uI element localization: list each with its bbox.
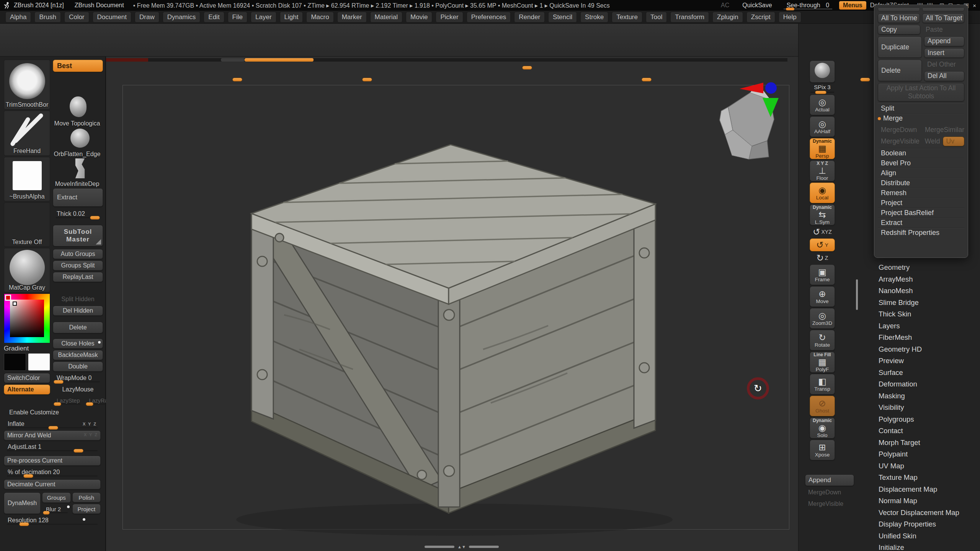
wrap-mode-slider[interactable]: WrapMode 0 xyxy=(53,373,103,383)
bpr-button[interactable]: BPR xyxy=(810,60,835,83)
menu-item[interactable]: Stroke xyxy=(580,12,608,23)
backface-mask-button[interactable]: BackfaceMask xyxy=(53,350,103,360)
menu-item[interactable]: Tool xyxy=(646,12,667,23)
tool-subpalette-item[interactable]: Surface xyxy=(878,367,977,379)
texture-off-tile[interactable]: Texture Off xyxy=(4,202,50,247)
rail-button[interactable]: ⊞ Xpose xyxy=(810,440,835,460)
brush-move-topological[interactable]: Move Topologica xyxy=(53,96,103,127)
tool-subpalette-item[interactable]: Thick Skin xyxy=(878,308,977,320)
brush-move-infinite[interactable]: MoveInfiniteDep xyxy=(53,158,103,187)
tool-subpalette-item[interactable]: Preview xyxy=(878,355,977,367)
menu-item[interactable]: Picker xyxy=(436,12,463,23)
duplicate-button[interactable]: Duplicate xyxy=(878,36,922,58)
dynamesh-button[interactable]: DynaMesh xyxy=(4,492,41,514)
rail-button[interactable]: X Y Z ⊥ Floor xyxy=(810,160,835,181)
extract-button[interactable]: Extract xyxy=(53,188,103,207)
scrollstrip-orange-handle[interactable] xyxy=(245,58,314,62)
popup-command-item[interactable]: Extract xyxy=(878,218,964,228)
popup-command-item[interactable]: Project xyxy=(878,198,964,208)
spix-knob[interactable] xyxy=(815,91,826,94)
double-button[interactable]: Double xyxy=(53,362,103,372)
menu-item[interactable]: Marker xyxy=(337,12,367,23)
mergesimilar-button[interactable]: MergeSimilar xyxy=(922,125,964,135)
best-render-button[interactable]: Best xyxy=(53,60,103,72)
split-menu-item[interactable]: Split xyxy=(878,103,964,113)
popup-command-item[interactable]: Remesh xyxy=(878,188,964,198)
dynamesh-polish-button[interactable]: Polish xyxy=(72,492,101,502)
canvas-top-scrollstrip[interactable] xyxy=(106,58,787,62)
tool-subpalette-item[interactable]: Masking xyxy=(878,390,977,402)
close-holes-button[interactable]: Close Holes xyxy=(53,339,103,349)
rail-button[interactable]: ◧ Transp xyxy=(810,374,835,395)
menu-item[interactable]: Color xyxy=(64,12,89,23)
menu-item[interactable]: Render xyxy=(514,12,545,23)
menu-item[interactable]: Material xyxy=(370,12,402,23)
adjust-last-knob[interactable] xyxy=(74,449,83,453)
menu-item[interactable]: Brush xyxy=(34,12,60,23)
tool-subpalette-item[interactable]: Geometry xyxy=(878,262,977,274)
window-control-icon[interactable]: × xyxy=(973,2,976,9)
switch-color-button[interactable]: SwitchColor xyxy=(4,373,50,383)
subtool-master-button[interactable]: SubTool Master xyxy=(53,225,103,246)
rail-button[interactable]: ↻ Rotate xyxy=(810,330,835,350)
tool-subpalette-item[interactable]: Displacement Map xyxy=(878,484,977,496)
all-to-home-button[interactable]: All To Home xyxy=(878,13,920,23)
lazy-step-slider[interactable]: LazyStep xyxy=(53,396,83,405)
color-picker[interactable] xyxy=(4,293,50,343)
lazy-radius-knob[interactable] xyxy=(86,402,93,406)
lazy-mouse-button[interactable]: LazyMouse xyxy=(53,385,103,395)
quicksave-button[interactable]: QuickSave xyxy=(739,2,775,9)
copy-button[interactable]: Copy xyxy=(878,25,920,34)
menu-item[interactable]: Alpha xyxy=(5,12,31,23)
del-other-button[interactable]: Del Other xyxy=(924,60,964,69)
draw-size-knob[interactable] xyxy=(642,78,652,82)
tool-subpalette-item[interactable]: Slime Bridge xyxy=(878,297,977,309)
paste-button[interactable]: Paste xyxy=(923,25,964,34)
right-tray-scroll-nub[interactable] xyxy=(856,279,858,310)
subtool-mergedown-button[interactable]: MergeDown xyxy=(805,487,854,497)
brush-trimsmoothborder[interactable]: TrimSmoothBor xyxy=(4,60,50,109)
menu-item[interactable]: Dynamics xyxy=(163,12,201,23)
split-hidden-button[interactable]: Split Hidden xyxy=(53,294,103,304)
preprocess-current-button[interactable]: Pre-process Current xyxy=(4,456,101,466)
thick-slider[interactable]: Thick 0.02 xyxy=(53,209,103,219)
scrollbar-right-handle[interactable] xyxy=(469,546,499,548)
main-color-swatch[interactable] xyxy=(4,353,26,371)
min-draw-radius-knob[interactable] xyxy=(860,78,870,82)
tool-subpalette-item[interactable]: Normal Map xyxy=(878,495,977,507)
tool-subpalette-item[interactable]: NanoMesh xyxy=(878,285,977,297)
popup-command-item[interactable]: Distribute xyxy=(878,178,964,188)
menu-item[interactable]: Document xyxy=(93,12,131,23)
secondary-color-swatch[interactable] xyxy=(28,353,50,371)
menu-item[interactable]: Draw xyxy=(135,12,159,23)
rail-button[interactable]: Dynamic ◉ Solo xyxy=(810,417,835,439)
tool-subpalette-item[interactable]: Polygroups xyxy=(878,414,977,425)
tool-subpalette-item[interactable]: Vector Displacement Map xyxy=(878,507,977,519)
rail-button[interactable]: ↺ XYZ xyxy=(810,227,835,237)
rail-button[interactable]: ◎ Actual xyxy=(810,95,835,115)
enable-customize-button[interactable]: Enable Customize xyxy=(4,408,101,417)
tool-subpalette-item[interactable]: FiberMesh xyxy=(878,332,977,344)
del-hidden-button[interactable]: Del Hidden xyxy=(53,306,103,316)
menu-item[interactable]: Preferences xyxy=(467,12,511,23)
rail-button[interactable]: ◎ Zoom3D xyxy=(810,308,835,329)
scrollbar-arrows-icon[interactable]: ▲▼ xyxy=(457,546,466,548)
inflate-slider[interactable]: Inflate X Y Z xyxy=(4,419,101,429)
see-through-slider[interactable]: See-through 0 xyxy=(784,2,832,9)
thick-knob[interactable] xyxy=(90,216,100,220)
rail-button[interactable]: ⊘ Ghost xyxy=(810,396,835,416)
menu-item[interactable]: Movie xyxy=(406,12,432,23)
mergevisible-button[interactable]: MergeVisible xyxy=(878,137,920,146)
rail-button[interactable]: Line Fill ▦ PolyF xyxy=(810,352,835,373)
dynamesh-groups-button[interactable]: Groups xyxy=(42,492,71,503)
replay-last-button[interactable]: ReplayLast xyxy=(53,272,103,282)
focal-shift-knob[interactable] xyxy=(522,66,532,70)
document-canvas[interactable]: ↻ ▲▼ xyxy=(106,57,798,551)
decimation-knob[interactable] xyxy=(23,474,33,478)
groups-split-button[interactable]: Groups Split xyxy=(53,261,103,271)
brush-alpha[interactable]: ~BrushAlpha xyxy=(4,157,50,201)
menu-item[interactable]: Macro xyxy=(306,12,333,23)
inflate-knob[interactable] xyxy=(48,426,58,430)
tool-subpalette-item[interactable]: Geometry HD xyxy=(878,344,977,355)
axis-gizmo[interactable] xyxy=(740,82,789,128)
